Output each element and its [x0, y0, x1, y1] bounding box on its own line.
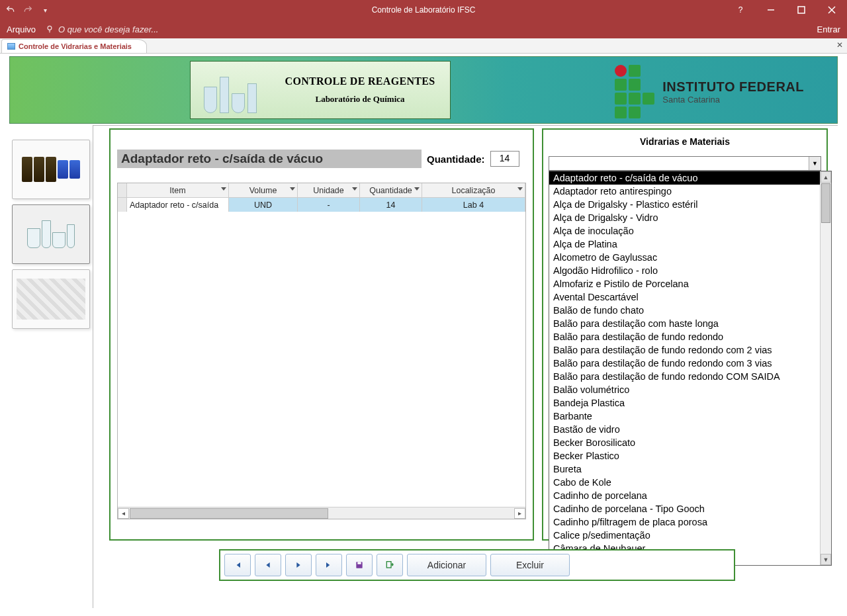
scroll-thumb[interactable] — [130, 508, 328, 519]
minimize-button[interactable] — [756, 0, 786, 20]
list-item[interactable]: Algodão Hidrofilico - rolo — [549, 264, 820, 277]
list-item[interactable]: Adaptador reto antirespingo — [549, 185, 820, 198]
help-button[interactable]: ? — [725, 0, 756, 20]
list-item[interactable]: Avental Descartável — [549, 290, 820, 304]
detail-panel: Adaptador reto - c/saída de vácuo Quanti… — [109, 128, 534, 541]
quantity-value[interactable]: 14 — [490, 151, 519, 167]
chevron-down-icon[interactable] — [221, 187, 226, 191]
qat-customize-icon[interactable]: ▾ — [40, 5, 50, 15]
category-glassware-button[interactable] — [12, 204, 90, 264]
scroll-right-button[interactable]: ▸ — [514, 508, 525, 519]
workspace: CONTROLE DE REAGENTES Laboratório de Quí… — [0, 54, 847, 616]
list-item[interactable]: Calice p/sedimentação — [549, 529, 820, 542]
list-item[interactable]: Barbante — [549, 410, 820, 423]
list-item[interactable]: Alça de Drigalsky - Vidro — [549, 211, 820, 224]
banner-subtitle: Laboratório de Química — [270, 94, 450, 105]
chevron-down-icon[interactable] — [290, 187, 295, 191]
scroll-track[interactable] — [130, 508, 513, 519]
document-tabstrip: Controle de Vidrarias e Materiais ✕ — [0, 38, 847, 54]
scroll-up-button[interactable]: ▲ — [821, 171, 831, 183]
ifsc-logo-icon — [615, 65, 654, 118]
col-local[interactable]: Localização — [422, 183, 525, 197]
list-item[interactable]: Almofariz e Pistilo de Porcelana — [549, 277, 820, 290]
combo-dropdown-button[interactable]: ▼ — [809, 157, 821, 170]
list-item[interactable]: Alça de Platina — [549, 238, 820, 251]
col-quantidade[interactable]: Quantidade — [360, 183, 422, 197]
chevron-down-icon[interactable] — [414, 187, 420, 191]
nav-prev-button[interactable] — [255, 554, 281, 576]
col-item[interactable]: Item — [127, 183, 229, 197]
table-row[interactable]: Adaptador reto - c/saída UND - 14 Lab 4 — [118, 198, 525, 212]
list-item[interactable]: Adaptador reto - c/saída de vácuo — [549, 171, 820, 185]
export-button[interactable] — [377, 554, 403, 576]
institution-name: INSTITUTO FEDERAL — [662, 79, 804, 95]
dropdown-scrollbar[interactable]: ▲ ▼ — [820, 171, 831, 565]
add-button[interactable]: Adicionar — [407, 554, 486, 576]
delete-button[interactable]: Excluir — [490, 554, 570, 576]
cell-item[interactable]: Adaptador reto - c/saída — [127, 198, 229, 212]
document-tab-close[interactable]: ✕ — [836, 40, 843, 50]
menu-file[interactable]: Arquivo — [7, 24, 36, 34]
list-item[interactable]: Cabo de Kole — [549, 476, 820, 489]
institution-logo: INSTITUTO FEDERAL Santa Catarina — [615, 65, 804, 118]
redo-icon[interactable] — [22, 5, 33, 15]
category-reagents-button[interactable] — [12, 140, 90, 199]
flask-illustration-icon — [204, 67, 270, 113]
banner-title-block: CONTROLE DE REAGENTES Laboratório de Quí… — [190, 61, 451, 119]
grid-select-all[interactable] — [118, 183, 127, 197]
dropdown-listbox[interactable]: Adaptador reto - c/saída de vácuoAdaptad… — [549, 171, 820, 565]
banner: CONTROLE DE REAGENTES Laboratório de Quí… — [9, 56, 838, 124]
nav-last-button[interactable] — [316, 554, 342, 576]
document-tab[interactable]: Controle de Vidrarias e Materiais — [1, 39, 147, 53]
tell-me-placeholder: O que você deseja fazer... — [58, 24, 158, 34]
material-search-combo[interactable]: ▼ — [549, 156, 821, 171]
login-link[interactable]: Entrar — [817, 24, 840, 34]
category-sidebar — [12, 140, 90, 329]
scroll-thumb[interactable] — [821, 183, 830, 223]
list-item[interactable]: Balão para destilação com haste longa — [549, 317, 820, 330]
tell-me-search[interactable]: O que você deseja fazer... — [45, 24, 158, 34]
cell-volume[interactable]: UND — [229, 198, 298, 212]
list-item[interactable]: Balão para destilação de fundo redondo c… — [549, 343, 820, 357]
list-item[interactable]: Balão de fundo chato — [549, 304, 820, 317]
window-title: Controle de Laboratório IFSC — [372, 5, 476, 15]
cell-local[interactable]: Lab 4 — [422, 198, 525, 212]
undo-icon[interactable] — [5, 5, 16, 15]
list-item[interactable]: Balão para destilação de fundo redondo c… — [549, 357, 820, 370]
chevron-down-icon[interactable] — [352, 187, 357, 191]
list-item[interactable]: Alça de Drigalsky - Plastico estéril — [549, 198, 820, 211]
menubar: Arquivo O que você deseja fazer... Entra… — [0, 20, 847, 38]
items-grid: Item Volume Unidade Quantidade Localizaç… — [117, 183, 526, 519]
cell-unidade[interactable]: - — [298, 198, 360, 212]
nav-first-button[interactable] — [224, 554, 251, 576]
list-item[interactable]: Alça de inoculação — [549, 224, 820, 238]
col-unidade[interactable]: Unidade — [298, 183, 360, 197]
col-volume[interactable]: Volume — [229, 183, 298, 197]
maximize-button[interactable] — [786, 0, 817, 20]
grid-hscrollbar[interactable]: ◂ ▸ — [118, 507, 525, 519]
chevron-down-icon[interactable] — [517, 187, 523, 191]
list-item[interactable]: Bureta — [549, 462, 820, 476]
list-item[interactable]: Balão volumétrico — [549, 383, 820, 396]
list-item[interactable]: Alcometro de Gaylussac — [549, 251, 820, 264]
scroll-down-button[interactable]: ▼ — [821, 554, 831, 565]
save-record-button[interactable] — [346, 554, 373, 576]
svg-point-4 — [48, 26, 52, 30]
category-equipment-button[interactable] — [12, 269, 90, 329]
list-item[interactable]: Cadinho p/filtragem de placa porosa — [549, 515, 820, 529]
list-item[interactable]: Becker Plastico — [549, 449, 820, 462]
cell-quantidade[interactable]: 14 — [360, 198, 422, 212]
list-item[interactable]: Cadinho de porcelana - Tipo Gooch — [549, 502, 820, 515]
row-selector[interactable] — [118, 198, 127, 212]
material-search-input[interactable] — [549, 157, 809, 170]
banner-title: CONTROLE DE REAGENTES — [270, 75, 450, 87]
nav-next-button[interactable] — [285, 554, 312, 576]
list-item[interactable]: Cadinho de porcelana — [549, 489, 820, 502]
list-item[interactable]: Becker Borosilicato — [549, 436, 820, 449]
scroll-left-button[interactable]: ◂ — [118, 508, 129, 519]
list-item[interactable]: Bastão de vidro — [549, 423, 820, 436]
list-item[interactable]: Bandeja Plastica — [549, 396, 820, 410]
list-item[interactable]: Balão para destilação de fundo redondo C… — [549, 370, 820, 383]
close-button[interactable] — [817, 0, 847, 20]
list-item[interactable]: Balão para destilação de fundo redondo — [549, 330, 820, 343]
